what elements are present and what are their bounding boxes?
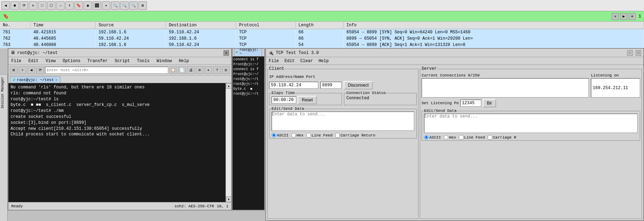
terminal2-tab-item[interactable]: ✔ root@yjc: ~: [234, 48, 262, 56]
term-host-input[interactable]: [45, 67, 168, 74]
col-protocol[interactable]: Protocol: [236, 22, 295, 29]
col-info[interactable]: Info: [344, 22, 644, 29]
term-btn-grid[interactable]: ⊡: [222, 66, 230, 74]
client-legend: Client: [269, 66, 284, 71]
col-source[interactable]: Source: [96, 22, 166, 29]
disconnect-button[interactable]: Disconnect: [344, 81, 373, 89]
col-no[interactable]: No.: [0, 22, 30, 29]
tcp-menu-file[interactable]: File: [269, 59, 279, 63]
terminal2-content[interactable]: connect is fFroot@yjc:~/connect is fFroo…: [233, 56, 264, 97]
ip-input[interactable]: [269, 82, 318, 89]
server-linefeed-label[interactable]: Line Feed: [459, 135, 485, 140]
client-carriage-label[interactable]: Carriage Return: [335, 133, 375, 138]
terminal-menu-file[interactable]: File: [10, 58, 23, 64]
terminal-content[interactable]: No command 'rls' found, but there are 18…: [8, 83, 226, 202]
col-destination[interactable]: Destination: [166, 22, 236, 29]
server-hex-radio[interactable]: [444, 135, 448, 140]
terminal-close-button[interactable]: ✕: [223, 50, 229, 56]
tcp-minimize-btn[interactable]: —: [627, 50, 633, 56]
term-btn-refresh[interactable]: ⟳: [36, 66, 44, 74]
toolbar-btn-9[interactable]: 🔖: [74, 1, 83, 10]
tcp-menu-edit[interactable]: Edit: [285, 59, 295, 63]
terminal-menu-options[interactable]: Options: [61, 58, 82, 64]
scroll-down-btn[interactable]: ▼: [226, 196, 231, 202]
toolbar-btn-search3[interactable]: 🔍: [129, 1, 138, 10]
listening-input[interactable]: [591, 78, 640, 98]
terminal-menu-tools[interactable]: Tools: [136, 58, 151, 64]
filter-bar: 🔖 tcp.port == 8899 ✕ ▶ + 1: [0, 11, 644, 22]
term-btn-help[interactable]: ?: [213, 66, 221, 74]
server-ascii-radio[interactable]: [424, 135, 429, 140]
server-carriage-check[interactable]: [488, 135, 492, 140]
elapsed-input[interactable]: [272, 96, 296, 103]
toolbar-btn-grid[interactable]: ⊞: [138, 1, 147, 10]
toolbar-btn-4[interactable]: ✕: [29, 1, 37, 10]
server-hex-radio-label[interactable]: Hex: [444, 135, 456, 140]
tab-close-icon[interactable]: ✕: [55, 78, 57, 82]
scroll-track[interactable]: [226, 89, 231, 196]
server-send-textarea[interactable]: [424, 114, 638, 133]
term-btn-back[interactable]: ◀: [27, 66, 35, 74]
client-carriage-check[interactable]: [335, 133, 340, 138]
cell-no: 762: [0, 35, 30, 42]
tcp-maximize-btn[interactable]: □: [636, 50, 641, 56]
toolbar-btn-8[interactable]: ⬇: [65, 1, 74, 10]
tcp-menu-help[interactable]: Help: [319, 59, 329, 63]
filter-close-button[interactable]: ✕: [612, 13, 619, 20]
client-hex-radio[interactable]: [291, 133, 296, 138]
toolbar-btn-5[interactable]: □: [38, 1, 46, 10]
filter-input[interactable]: tcp.port == 8899: [12, 14, 610, 19]
term-btn-split[interactable]: ⊞: [10, 66, 18, 74]
bind-button[interactable]: Bir: [483, 99, 496, 107]
terminal-tab-1[interactable]: ✔ root@yjc: ~/test ✕: [10, 76, 60, 83]
table-row[interactable]: 76340.446080192.168.1.659.110.42.24TCP54…: [0, 42, 644, 48]
terminal-scrollbar[interactable]: ▲ ▼: [226, 83, 231, 202]
filter-plus-button[interactable]: +: [629, 13, 636, 20]
toolbar-btn-2[interactable]: ■: [11, 1, 19, 10]
toolbar-btn-1[interactable]: ◀: [1, 1, 10, 10]
port-input[interactable]: [320, 82, 341, 89]
toolbar-btn-6[interactable]: ⬡: [47, 1, 56, 10]
set-listening-input[interactable]: [460, 100, 481, 107]
scroll-up-btn[interactable]: ▲: [226, 83, 231, 89]
reset-button[interactable]: Reset: [298, 96, 317, 104]
server-carriage-label[interactable]: Carriage R: [488, 135, 516, 140]
toolbar-btn-12[interactable]: ✦: [102, 1, 110, 10]
toolbar-btn-11[interactable]: ⬛: [93, 1, 101, 10]
term-btn-paste[interactable]: 📄: [178, 66, 186, 74]
client-send-textarea[interactable]: [272, 112, 414, 131]
table-row[interactable]: 76140.421815192.168.1.659.110.42.24TCP66…: [0, 29, 644, 36]
terminal-menu-edit[interactable]: Edit: [27, 58, 40, 64]
client-linefeed-label[interactable]: Line Feed: [306, 133, 332, 138]
terminal-menu-window[interactable]: Window: [155, 58, 173, 64]
client-linefeed-check[interactable]: [306, 133, 311, 138]
terminal-menu-view[interactable]: View: [44, 58, 57, 64]
term-btn-extra[interactable]: ✦: [204, 66, 212, 74]
filter-arrow-button[interactable]: ▶: [620, 13, 627, 20]
toolbar-btn-7[interactable]: →: [56, 1, 65, 10]
terminal-menu-transfer[interactable]: Transfer: [86, 58, 109, 64]
status-ready-text: Ready: [11, 204, 172, 208]
term-btn-copy[interactable]: 📋: [169, 66, 177, 74]
client-ascii-radio-label[interactable]: ASCII: [272, 133, 288, 138]
terminal-menu-help[interactable]: Help: [177, 58, 190, 64]
terminal-menu-script[interactable]: Script: [113, 58, 131, 64]
server-linefeed-check[interactable]: [459, 135, 463, 140]
term-btn-flash[interactable]: ⚡: [19, 66, 26, 74]
col-length[interactable]: Length: [295, 22, 344, 29]
tcp-menu-clear[interactable]: Clear: [300, 59, 313, 63]
col-time[interactable]: Time: [30, 22, 95, 29]
terminal-line: byte.c ■ ■■ s_client.c server_fork_cp.c …: [11, 102, 223, 108]
client-ascii-radio[interactable]: [272, 133, 276, 138]
table-row[interactable]: 76240.44568559.110.42.24192.168.1.6TCP66…: [0, 35, 644, 42]
client-hex-radio-label[interactable]: Hex: [291, 133, 304, 138]
term-btn-print[interactable]: 🖨: [187, 66, 195, 74]
term-btn-settings[interactable]: ⚙: [196, 66, 203, 74]
toolbar-btn-3[interactable]: ⟳: [20, 1, 28, 10]
server-ascii-radio-label[interactable]: ASCII: [424, 135, 441, 140]
ip-input-row: Disconnect: [269, 81, 417, 89]
toolbar-btn-search1[interactable]: 🔍: [111, 1, 119, 10]
toolbar-btn-10[interactable]: ◉: [84, 1, 92, 10]
server-legend: Server: [422, 66, 437, 71]
toolbar-btn-search2[interactable]: 🔍: [120, 1, 129, 10]
